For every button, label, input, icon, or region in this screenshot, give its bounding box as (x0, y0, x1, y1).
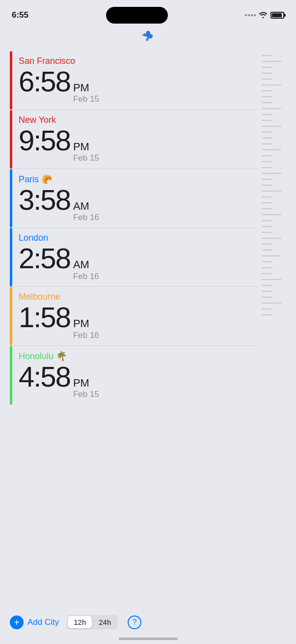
scroll-indicator (262, 51, 286, 405)
city-name: New York (19, 115, 257, 125)
scroll-line (262, 261, 272, 262)
scroll-line (262, 161, 272, 162)
date-label: Feb 16 (73, 272, 99, 281)
scroll-line (262, 55, 272, 56)
scroll-line (262, 226, 272, 227)
city-name: Honolulu 🌴 (19, 351, 257, 362)
date-label: Feb 16 (73, 213, 99, 223)
time-display: 4:58 (19, 363, 70, 391)
signal-icon (245, 14, 256, 16)
scroll-line (262, 73, 272, 74)
scroll-line (262, 191, 281, 192)
format-24h-button[interactable]: 24h (93, 616, 117, 628)
scroll-line (262, 132, 272, 133)
scroll-line (262, 84, 281, 85)
bottom-bar: + Add City 12h 24h ? (0, 615, 296, 629)
time-suffix: PM Feb 15 (73, 377, 99, 400)
clock-color-bar (10, 169, 12, 228)
scroll-line (262, 155, 272, 156)
date-label: Feb 15 (73, 153, 99, 163)
city-name: Melbourne (19, 292, 257, 302)
scroll-line (262, 220, 272, 221)
add-city-label: Add City (27, 617, 59, 627)
scroll-line (262, 279, 281, 280)
ampm-label: PM (73, 140, 99, 153)
status-bar: 6:55 (0, 0, 296, 25)
home-indicator (119, 638, 178, 640)
scroll-line (262, 297, 272, 298)
scroll-line (262, 238, 281, 239)
time-display: 6:58 (19, 67, 70, 96)
scroll-line (262, 291, 272, 292)
scroll-line (262, 185, 272, 186)
ampm-label: PM (73, 317, 99, 330)
scroll-line (262, 61, 281, 62)
time-suffix: PM Feb 15 (73, 140, 99, 164)
scroll-line (262, 202, 272, 203)
time-display: 9:58 (19, 126, 70, 155)
clock-color-bar (10, 346, 12, 405)
scroll-line (262, 208, 272, 209)
scroll-line (262, 173, 281, 174)
scroll-line (262, 126, 281, 127)
add-city-button[interactable]: + Add City (10, 616, 59, 629)
scroll-line (262, 138, 272, 139)
scroll-line (262, 267, 272, 268)
clock-color-bar (10, 51, 12, 110)
clocks-list: San Francisco 6:58 PM Feb 15 New York 9:… (10, 51, 262, 405)
scroll-line (262, 102, 272, 103)
main-content: San Francisco 6:58 PM Feb 15 New York 9:… (0, 51, 296, 405)
scroll-line (262, 90, 272, 91)
status-time: 6:55 (12, 10, 28, 20)
clock-item: Honolulu 🌴 4:58 PM Feb 15 (10, 346, 257, 405)
time-row: 1:58 PM Feb 16 (19, 303, 257, 340)
scroll-line (262, 167, 272, 168)
clock-item: London 2:58 AM Feb 16 (10, 228, 257, 287)
scroll-line (262, 179, 272, 180)
scroll-line (262, 244, 272, 245)
ampm-label: PM (73, 82, 99, 94)
scroll-line (262, 255, 281, 256)
scroll-line (262, 143, 272, 144)
scroll-line (262, 114, 272, 115)
time-row: 9:58 PM Feb 15 (19, 126, 257, 164)
scroll-line (262, 108, 281, 109)
ampm-label: AM (73, 200, 99, 213)
time-suffix: PM Feb 15 (73, 82, 99, 105)
ampm-label: AM (73, 258, 99, 271)
city-name: London (19, 233, 257, 243)
scroll-line (262, 273, 272, 274)
help-icon: ? (133, 618, 137, 627)
clock-item: Melbourne 1:58 PM Feb 16 (10, 287, 257, 346)
time-row: 6:58 PM Feb 15 (19, 67, 257, 105)
scroll-line (262, 303, 281, 304)
time-suffix: PM Feb 16 (73, 317, 99, 340)
plus-icon: + (10, 616, 24, 629)
logo-area (0, 25, 296, 51)
scroll-line (262, 250, 272, 251)
format-12h-button[interactable]: 12h (68, 616, 92, 628)
time-display: 2:58 (19, 244, 70, 273)
city-name: San Francisco (19, 56, 257, 66)
format-toggle: 12h 24h (67, 615, 118, 629)
scroll-line (262, 96, 272, 97)
clock-color-bar (10, 110, 12, 168)
clock-color-bar (10, 287, 12, 345)
time-suffix: AM Feb 16 (73, 258, 99, 281)
wifi-icon (259, 11, 268, 20)
clock-color-bar (10, 228, 12, 286)
date-label: Feb 15 (73, 94, 99, 104)
clock-item: Paris 🥐 3:58 AM Feb 16 (10, 169, 257, 228)
scroll-line (262, 79, 272, 80)
hummingbird-icon (139, 28, 157, 45)
help-button[interactable]: ? (128, 616, 141, 629)
time-display: 1:58 (19, 303, 70, 332)
scroll-line (262, 149, 281, 150)
scroll-line (262, 120, 272, 121)
date-label: Feb 15 (73, 390, 99, 399)
clock-item: New York 9:58 PM Feb 15 (10, 110, 257, 169)
ampm-label: PM (73, 377, 99, 390)
time-suffix: AM Feb 16 (73, 200, 99, 223)
scroll-line (262, 232, 272, 233)
scroll-line (262, 214, 281, 215)
